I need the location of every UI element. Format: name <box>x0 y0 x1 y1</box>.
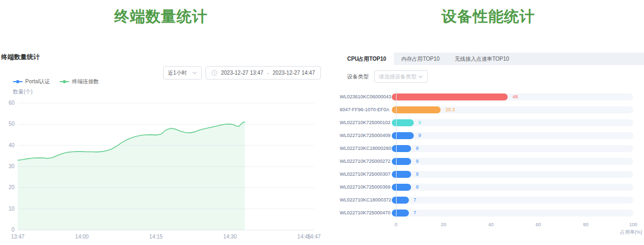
device-type-placeholder: 请选择设备类型 <box>379 73 416 81</box>
bar-value-label: 9 <box>419 120 421 125</box>
device-performance-section: 设备性能统计 CPU占用TOP10内存占用TOP10无线接入点速率TOP10 设… <box>333 0 644 245</box>
device-type-label: 设备类型 <box>347 73 369 81</box>
y-axis-name: 数量(个) <box>12 89 33 95</box>
date-range-separator: - <box>267 70 269 76</box>
legend-item-1[interactable]: 终端连接数 <box>60 78 99 85</box>
x-tick-label: 60 <box>536 222 541 227</box>
bar-track: 7 <box>392 197 633 204</box>
bar-track: 8 <box>392 145 633 152</box>
date-range-picker[interactable]: 2023-12-27 13:47 - 2023-12-27 14:47 <box>206 66 321 80</box>
x-tick-label: 14:00 <box>75 234 89 240</box>
time-controls: 近1小时 2023-12-27 13:47 - 2023-12-27 14:47 <box>163 66 321 80</box>
y-tick-label: 0 <box>11 227 14 233</box>
x-tick-label: 0 <box>394 222 397 227</box>
bar-row: WL022710K725000409 9 <box>340 129 633 142</box>
bar-value-label: 8 <box>416 184 419 190</box>
bar-row: WL022710K725000369 8 <box>340 181 633 193</box>
bar-value-label: 20.3 <box>445 107 455 112</box>
bar-category-label: WL022710K725000409 <box>340 133 392 138</box>
bar-category-label: WL022710K725000102 <box>340 120 392 125</box>
legend-label: 终端连接数 <box>72 78 99 85</box>
x-tick-label: 14:47 <box>307 234 320 240</box>
bar-value-label: 48 <box>513 94 518 99</box>
x-tick-label: 100 <box>629 222 637 227</box>
bar-category-label: WL022710KC18000280 <box>340 146 392 151</box>
legend-marker <box>60 81 69 82</box>
date-range-end[interactable]: 2023-12-27 14:47 <box>273 70 315 76</box>
bar-category-label: 6047-FF96-1070-EF0A <box>340 107 392 112</box>
performance-tab-1[interactable]: 内存占用TOP10 <box>394 53 448 65</box>
series-area <box>18 122 245 230</box>
x-tick-label: 20 <box>441 222 446 227</box>
chevron-down-icon <box>192 71 197 75</box>
x-tick-label: 14:15 <box>149 234 163 240</box>
x-tick-label: 80 <box>583 222 589 227</box>
clock-icon <box>211 70 217 76</box>
bar-row: WL022710K725000272 8 <box>340 155 633 168</box>
bar-category-label: WL022710K725000307 <box>340 171 392 177</box>
bar-value-label: 7 <box>414 197 416 203</box>
time-range-select-value: 近1小时 <box>168 69 187 77</box>
bar-track: 8 <box>392 171 633 178</box>
bar-value-label: 9 <box>419 133 421 138</box>
bar-track: 20.3 <box>392 106 633 113</box>
bar[interactable] <box>392 145 411 152</box>
terminal-count-chart[interactable]: 数量(个)010203040506013:4714:0014:1514:3014… <box>0 86 322 243</box>
performance-tabbar: CPU占用TOP10内存占用TOP10无线接入点速率TOP10 <box>340 53 644 65</box>
bar-row: WL022710KC18000372 7 <box>340 193 633 206</box>
x-tick-label: 14:30 <box>223 234 237 240</box>
performance-tab-0[interactable]: CPU占用TOP10 <box>340 53 394 65</box>
bar-track: 9 <box>392 119 633 126</box>
bar-value-label: 8 <box>416 158 419 164</box>
legend-marker <box>13 81 23 82</box>
terminal-count-heading: 终端数量统计 <box>0 6 322 27</box>
date-range-start[interactable]: 2023-12-27 13:47 <box>221 70 264 76</box>
y-tick-label: 20 <box>9 184 15 190</box>
bar[interactable] <box>392 210 409 217</box>
bar-category-label: WL022710KC18000372 <box>340 197 392 203</box>
x-tick-label: 40 <box>488 222 494 227</box>
terminal-count-section: 终端数量统计 终端数量统计 近1小时 2023-12-27 13:47 - 20… <box>0 0 322 245</box>
device-type-select[interactable]: 请选择设备类型 <box>374 70 428 83</box>
bar[interactable] <box>392 184 411 191</box>
device-type-row: 设备类型 请选择设备类型 <box>347 70 428 83</box>
bar-track: 8 <box>392 158 633 165</box>
bar-value-label: 8 <box>416 146 419 151</box>
time-range-select[interactable]: 近1小时 <box>163 66 202 80</box>
cpu-top10-chart[interactable]: WL023610KC06000043 48 6047-FF96-1070-EF0… <box>340 90 633 228</box>
bar-value-label: 8 <box>416 171 419 177</box>
bar-row: 6047-FF96-1070-EF0A 20.3 <box>340 103 633 116</box>
x-tick-label: 13:47 <box>11 234 24 240</box>
bar-row: WL022710KC18000280 8 <box>340 142 633 155</box>
bar[interactable] <box>392 119 414 126</box>
bar-category-label: WL023610KC06000043 <box>340 94 392 99</box>
y-tick-label: 10 <box>9 206 15 212</box>
bar[interactable] <box>392 132 414 139</box>
bar[interactable] <box>392 158 411 165</box>
chevron-down-icon <box>418 75 423 78</box>
bar-track: 8 <box>392 184 633 191</box>
device-performance-heading: 设备性能统计 <box>333 6 644 27</box>
chart-legend: Portal认证 终端连接数 <box>13 78 99 85</box>
bar-x-axis: 020406080100占用率(%) <box>396 222 633 228</box>
bar-row: WL022710K725000307 8 <box>340 168 633 181</box>
bar[interactable] <box>392 197 409 204</box>
y-tick-label: 50 <box>9 121 15 127</box>
y-tick-label: 60 <box>9 100 15 106</box>
bar[interactable] <box>392 171 411 178</box>
bar-axis-line <box>396 90 397 219</box>
bar-row: WL022710K725000470 7 <box>340 206 633 219</box>
bar-row: WL023610KC06000043 48 <box>340 90 633 103</box>
terminal-count-panel-title: 终端数量统计 <box>1 53 40 62</box>
bar[interactable] <box>392 106 441 113</box>
bar-category-label: WL022710K725000369 <box>340 184 392 190</box>
y-tick-label: 30 <box>9 163 15 169</box>
bar-x-axis-name: 占用率(%) <box>620 229 642 236</box>
performance-tab-2[interactable]: 无线接入点速率TOP10 <box>447 53 517 65</box>
y-tick-label: 40 <box>9 142 15 148</box>
bar-value-label: 7 <box>414 210 416 215</box>
legend-item-0[interactable]: Portal认证 <box>13 78 50 85</box>
bar[interactable] <box>392 93 508 100</box>
legend-label: Portal认证 <box>25 78 50 85</box>
bar-category-label: WL022710K725000470 <box>340 210 392 215</box>
